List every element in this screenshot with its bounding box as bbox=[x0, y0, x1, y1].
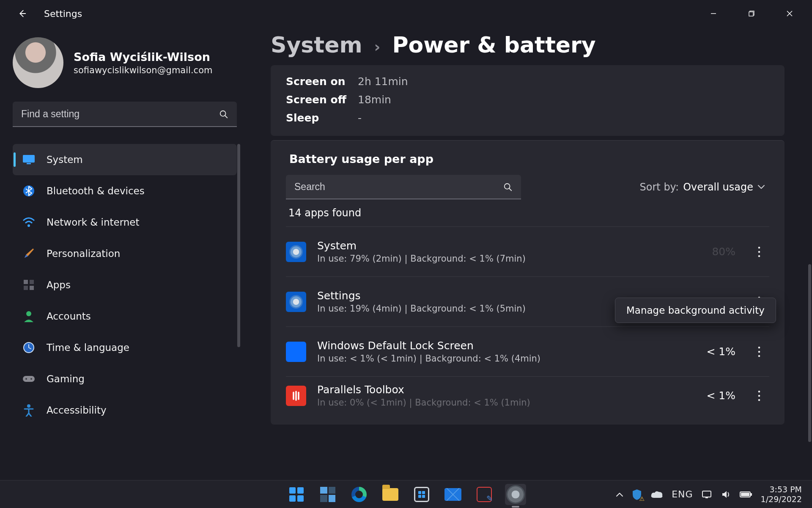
system-app-icon bbox=[286, 242, 306, 262]
taskbar-settings[interactable] bbox=[505, 484, 526, 505]
close-button[interactable] bbox=[771, 4, 809, 23]
more-vertical-icon bbox=[758, 390, 760, 401]
close-icon bbox=[786, 10, 793, 17]
clock-icon bbox=[22, 341, 36, 354]
windows-logo-icon bbox=[289, 487, 304, 502]
sidebar-item-gaming[interactable]: Gaming bbox=[13, 363, 237, 395]
sidebar-scrollbar[interactable] bbox=[237, 144, 240, 347]
app-row-parallels[interactable]: Parallels Toolbox In use: 0% (< 1min) | … bbox=[286, 376, 769, 414]
arrow-left-icon bbox=[17, 9, 27, 18]
gear-icon bbox=[508, 486, 524, 502]
chevron-right-icon: › bbox=[374, 38, 381, 55]
svg-point-30 bbox=[758, 399, 760, 401]
chevron-down-icon bbox=[757, 185, 765, 190]
apps-count: 14 apps found bbox=[288, 207, 769, 219]
svg-point-11 bbox=[26, 311, 31, 316]
taskbar-edge[interactable] bbox=[348, 484, 370, 505]
section-title: Battery usage per app bbox=[289, 152, 769, 166]
accessibility-icon bbox=[22, 403, 36, 417]
svg-rect-4 bbox=[27, 163, 31, 164]
screen-off-label: Screen off bbox=[286, 94, 358, 106]
chevron-up-icon bbox=[616, 492, 623, 497]
taskbar-explorer[interactable] bbox=[380, 484, 401, 505]
app-percent: < 1% bbox=[693, 345, 735, 358]
svg-point-28 bbox=[758, 390, 760, 392]
svg-rect-31 bbox=[702, 491, 711, 497]
sidebar-item-label: Accounts bbox=[47, 311, 91, 322]
svg-rect-3 bbox=[23, 155, 35, 163]
app-search-input[interactable] bbox=[286, 175, 521, 199]
app-row-system[interactable]: System In use: 79% (2min) | Background: … bbox=[286, 226, 769, 276]
minimize-button[interactable] bbox=[694, 4, 732, 23]
sidebar-item-label: Network & internet bbox=[47, 217, 140, 228]
sidebar-item-apps[interactable]: Apps bbox=[13, 269, 237, 301]
security-icon[interactable]: ⚠ bbox=[632, 489, 642, 500]
maximize-button[interactable] bbox=[732, 4, 771, 23]
app-more-button[interactable] bbox=[751, 339, 768, 364]
sidebar-item-personalization[interactable]: Personalization bbox=[13, 238, 237, 269]
app-percent: 80% bbox=[693, 246, 735, 258]
wifi-icon bbox=[22, 215, 36, 229]
tray-battery-icon[interactable] bbox=[740, 491, 752, 498]
sidebar-item-network[interactable]: Network & internet bbox=[13, 207, 237, 238]
start-button[interactable] bbox=[286, 484, 307, 505]
taskbar-store[interactable] bbox=[411, 484, 432, 505]
taskbar-snip[interactable] bbox=[474, 484, 495, 505]
app-detail: In use: < 1% (< 1min) | Background: < 1%… bbox=[317, 353, 682, 364]
app-more-button[interactable] bbox=[751, 239, 768, 265]
taskbar-mail[interactable] bbox=[442, 484, 464, 505]
sidebar-item-label: System bbox=[47, 154, 83, 165]
tray-overflow[interactable] bbox=[616, 492, 623, 497]
sort-by-value: Overall usage bbox=[683, 181, 753, 193]
taskbar-widgets[interactable] bbox=[317, 484, 338, 505]
svg-point-21 bbox=[758, 255, 760, 257]
svg-point-6 bbox=[27, 224, 30, 227]
screen-on-value: 2h 11min bbox=[358, 75, 408, 88]
main-scrollbar[interactable] bbox=[808, 264, 811, 442]
window-controls bbox=[694, 4, 809, 23]
restore-icon bbox=[748, 10, 755, 17]
sidebar-item-time[interactable]: Time & language bbox=[13, 332, 237, 363]
svg-rect-1 bbox=[749, 12, 753, 16]
app-title: Settings bbox=[44, 8, 82, 19]
svg-rect-9 bbox=[24, 286, 28, 290]
context-menu-label: Manage background activity bbox=[626, 305, 765, 316]
titlebar: Settings bbox=[0, 0, 812, 27]
sidebar-item-bluetooth[interactable]: Bluetooth & devices bbox=[13, 175, 237, 207]
context-menu-item[interactable]: Manage background activity bbox=[615, 298, 776, 323]
svg-rect-10 bbox=[30, 286, 34, 290]
tray-time: 3:53 PM bbox=[761, 485, 802, 494]
app-row-lockscreen[interactable]: Windows Default Lock Screen In use: < 1%… bbox=[286, 326, 769, 376]
parallels-app-icon bbox=[286, 386, 306, 406]
svg-rect-32 bbox=[705, 497, 708, 498]
breadcrumb-parent[interactable]: System bbox=[271, 32, 362, 58]
search-icon bbox=[503, 182, 513, 192]
sidebar-item-system[interactable]: System bbox=[13, 144, 237, 175]
sidebar-nav: System Bluetooth & devices Network & int… bbox=[13, 144, 237, 426]
svg-point-19 bbox=[758, 246, 760, 248]
back-button[interactable] bbox=[12, 3, 32, 24]
tray-clock[interactable]: 3:53 PM 1/29/2022 bbox=[761, 485, 802, 504]
sidebar-item-label: Bluetooth & devices bbox=[47, 185, 145, 196]
more-vertical-icon bbox=[758, 346, 760, 357]
main-content: System › Power & battery Screen on 2h 11… bbox=[250, 27, 812, 480]
sidebar-item-accessibility[interactable]: Accessibility bbox=[13, 395, 237, 426]
svg-point-20 bbox=[758, 251, 760, 253]
onedrive-icon[interactable] bbox=[650, 490, 663, 499]
sidebar-item-accounts[interactable]: Accounts bbox=[13, 301, 237, 332]
minimize-icon bbox=[710, 10, 717, 17]
tray-volume-icon[interactable] bbox=[721, 490, 731, 499]
language-indicator[interactable]: ENG bbox=[672, 489, 693, 500]
svg-point-17 bbox=[27, 404, 30, 408]
user-block[interactable]: Sofia Wyciślik-Wilson sofiawycislikwilso… bbox=[13, 37, 237, 88]
taskbar-center bbox=[286, 484, 526, 505]
sidebar-search-input[interactable] bbox=[13, 102, 237, 127]
sort-by-dropdown[interactable]: Sort by: Overall usage bbox=[640, 181, 769, 193]
tray-network-icon[interactable] bbox=[702, 490, 713, 499]
sidebar-item-label: Apps bbox=[47, 279, 71, 290]
app-more-button[interactable] bbox=[751, 383, 768, 409]
more-vertical-icon bbox=[758, 246, 760, 257]
sidebar-item-label: Accessibility bbox=[47, 405, 107, 416]
user-name: Sofia Wyciślik-Wilson bbox=[74, 50, 212, 64]
svg-point-26 bbox=[758, 351, 760, 353]
